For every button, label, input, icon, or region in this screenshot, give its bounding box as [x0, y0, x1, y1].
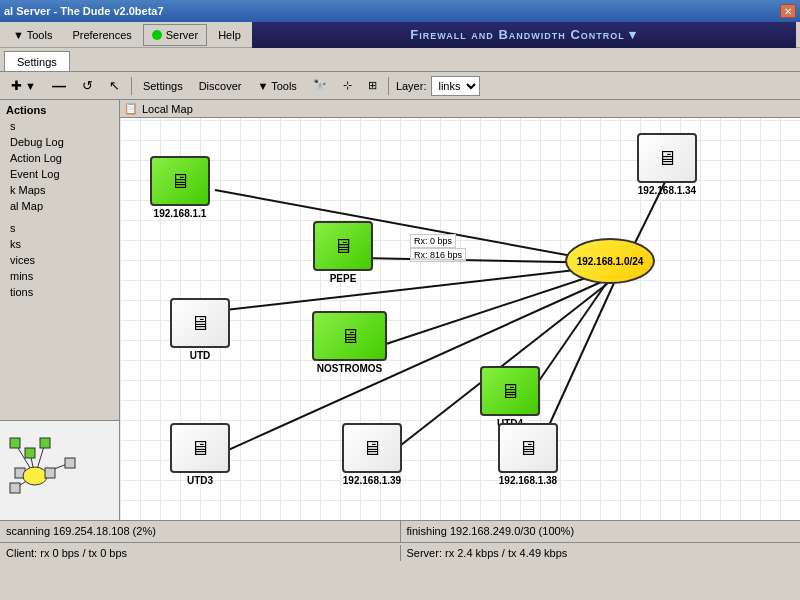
sidebar-item-action-log[interactable]: Action Log — [0, 150, 119, 166]
scan-status: scanning 169.254.18.108 (2%) — [0, 521, 401, 542]
undo-button[interactable]: ↺ — [75, 75, 100, 97]
settings-button[interactable]: Settings — [136, 75, 190, 97]
statusbar-row2: Client: rx 0 bps / tx 0 bps Server: rx 2… — [0, 543, 800, 564]
pointer-icon: ↖ — [109, 78, 120, 93]
node-label: NOSTROMOS — [317, 363, 383, 374]
separator2 — [388, 77, 389, 95]
node-box: 🖥 — [637, 133, 697, 183]
finish-status: finishing 192.168.249.0/30 (100%) — [401, 521, 801, 542]
binoculars-icon: 🔭 — [313, 79, 327, 92]
node-icon: 🖥 — [657, 147, 677, 170]
map-title-bar: 📋 Local Map — [120, 100, 800, 118]
pointer-button[interactable]: ↖ — [102, 75, 127, 97]
node-subnet[interactable]: 192.168.1.0/24 — [565, 238, 655, 284]
svg-rect-8 — [25, 448, 35, 458]
binoculars-button[interactable]: 🔭 — [306, 75, 334, 97]
node-box: 🖥 — [342, 423, 402, 473]
crosshair-button[interactable]: ⊹ — [336, 75, 359, 97]
separator — [131, 77, 132, 95]
tools-menu[interactable]: ▼ Tools — [4, 24, 61, 46]
bps-label-rx: Rx: 0 bps — [410, 234, 456, 248]
server-status-dot — [152, 30, 162, 40]
svg-rect-12 — [10, 483, 20, 493]
tools-button[interactable]: ▼ Tools — [250, 75, 303, 97]
node-icon: 🖥 — [340, 325, 360, 348]
preferences-menu[interactable]: Preferences — [63, 24, 140, 46]
add-button[interactable]: ✚ ▼ — [4, 75, 43, 97]
svg-rect-9 — [40, 438, 50, 448]
node-box: 🖥 — [312, 311, 387, 361]
node-utd4[interactable]: 🖥 UTD4 — [480, 366, 540, 429]
statusbar: scanning 169.254.18.108 (2%) finishing 1… — [0, 520, 800, 564]
node-pepe[interactable]: 🖥 PEPE — [313, 221, 373, 284]
node-label: 192.168.1.34 — [638, 185, 696, 196]
bps-label-tx: Rx: 816 bps — [410, 248, 466, 262]
sidebar-item-admins[interactable]: mins — [0, 268, 119, 284]
node-192-168-1-34[interactable]: 🖥 192.168.1.34 — [637, 133, 697, 196]
close-button[interactable]: ✕ — [780, 4, 796, 18]
sidebar-item-7[interactable]: ks — [0, 236, 119, 252]
node-icon: 🖥 — [190, 312, 210, 335]
add-dropdown-icon: ▼ — [25, 80, 36, 92]
nodes-layer: 🖥 192.168.1.1 🖥 PEPE Rx: 0 bps Rx: 816 b… — [120, 118, 800, 520]
header-title: Firewall and Bandwidth Control ▾ — [252, 22, 796, 48]
node-icon: 🖥 — [190, 437, 210, 460]
sidebar-item-6[interactable]: s — [0, 220, 119, 236]
map-title-text: Local Map — [142, 103, 193, 115]
node-icon: 🖥 — [500, 380, 520, 403]
node-label: 192.168.1.1 — [154, 208, 207, 219]
svg-rect-13 — [45, 468, 55, 478]
node-192-168-1-38[interactable]: 🖥 192.168.1.38 — [498, 423, 558, 486]
node-icon: 🖥 — [362, 437, 382, 460]
node-box: 🖥 — [170, 298, 230, 348]
toolbar: ✚ ▼ — ↺ ↖ Settings Discover ▼ Tools 🔭 ⊹ … — [0, 72, 800, 100]
node-label: UTD — [190, 350, 211, 361]
node-box: 🖥 — [313, 221, 373, 271]
node-icon: 🖥 — [170, 170, 190, 193]
sidebar-item-event-log[interactable]: Event Log — [0, 166, 119, 182]
sidebar-item-local-map[interactable]: al Map — [0, 198, 119, 214]
window-title: al Server - The Dude v2.0beta7 — [4, 5, 164, 17]
node-label: 192.168.1.38 — [499, 475, 557, 486]
node-label: PEPE — [330, 273, 357, 284]
sidebar-item-maps[interactable]: k Maps — [0, 182, 119, 198]
node-box: 🖥 — [498, 423, 558, 473]
sidebar-item-services[interactable]: vices — [0, 252, 119, 268]
map-area: 📋 Local Map — [120, 100, 800, 520]
node-utd3[interactable]: 🖥 UTD3 — [170, 423, 230, 486]
statusbar-row1: scanning 169.254.18.108 (2%) finishing 1… — [0, 521, 800, 543]
menubar: ▼ Tools Preferences Server Help Firewall… — [0, 22, 800, 48]
tabs-row: Settings — [0, 48, 800, 72]
grid-button[interactable]: ⊞ — [361, 75, 384, 97]
map-icon: 📋 — [124, 102, 138, 115]
layer-select[interactable]: links all — [431, 76, 480, 96]
node-box: 🖥 — [480, 366, 540, 416]
help-menu[interactable]: Help — [209, 24, 250, 46]
mini-map-svg — [0, 421, 119, 520]
sidebar-section-actions: Actions — [0, 102, 119, 118]
mini-map — [0, 420, 119, 520]
remove-button[interactable]: — — [45, 75, 73, 97]
svg-rect-7 — [10, 438, 20, 448]
svg-point-11 — [23, 467, 47, 485]
add-icon: ✚ — [11, 78, 22, 93]
node-label: 192.168.1.0/24 — [577, 256, 644, 267]
node-192-168-1-39[interactable]: 🖥 192.168.1.39 — [342, 423, 402, 486]
node-nostromos[interactable]: 🖥 NOSTROMOS — [312, 311, 387, 374]
node-utd[interactable]: 🖥 UTD — [170, 298, 230, 361]
discover-button[interactable]: Discover — [192, 75, 249, 97]
server-label: Server — [166, 29, 198, 41]
grid-icon: ⊞ — [368, 79, 377, 92]
sidebar-item-debug-log[interactable]: Debug Log — [0, 134, 119, 150]
server-menu[interactable]: Server — [143, 24, 207, 46]
layer-label: Layer: — [393, 80, 430, 92]
svg-rect-14 — [65, 458, 75, 468]
node-192-168-1-1[interactable]: 🖥 192.168.1.1 — [150, 156, 210, 219]
node-box: 🖥 — [170, 423, 230, 473]
node-box: 192.168.1.0/24 — [565, 238, 655, 284]
server-status: Server: rx 2.4 kbps / tx 4.49 kbps — [401, 545, 801, 561]
remove-icon: — — [52, 78, 66, 94]
sidebar-item-0[interactable]: s — [0, 118, 119, 134]
sidebar-item-actions[interactable]: tions — [0, 284, 119, 300]
tab-settings[interactable]: Settings — [4, 51, 70, 71]
